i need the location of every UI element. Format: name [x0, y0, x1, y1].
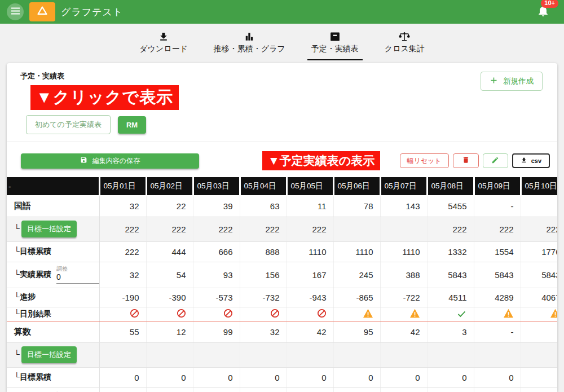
goal-value-cell[interactable]: [474, 342, 521, 367]
delete-button[interactable]: [453, 153, 479, 168]
goal-value-cell[interactable]: [427, 342, 474, 367]
date-header-cell[interactable]: 05月05日: [287, 177, 333, 196]
daily-value-cell[interactable]: 11: [287, 196, 333, 217]
actual-cum-cell: 93: [193, 262, 240, 288]
date-header-cell[interactable]: 05月06日: [333, 177, 380, 196]
result-cell: [333, 307, 380, 321]
daily-value-cell[interactable]: 42: [287, 321, 333, 342]
main-card: 予定・実績表 ▼クリックで表示 初めての予定実績表 RM 新規作成 編集内容の保…: [7, 63, 557, 392]
prohibited-icon: [270, 309, 280, 320]
tab-download[interactable]: ダウンロード: [135, 30, 192, 60]
daily-value-cell[interactable]: [521, 321, 557, 342]
daily-value-cell[interactable]: 22: [146, 196, 193, 217]
date-header-cell[interactable]: 05月04日: [240, 177, 287, 196]
progress-cell: 4511: [427, 288, 474, 307]
goal-value-cell[interactable]: 222: [99, 217, 146, 241]
goal-value-cell[interactable]: 222: [193, 217, 240, 241]
tab-schedule-table[interactable]: 予定・実績表: [307, 30, 363, 60]
daily-value-cell[interactable]: 63: [240, 196, 287, 217]
goal-value-cell[interactable]: [99, 342, 146, 367]
notifications-button[interactable]: 10+: [537, 4, 549, 20]
bell-icon: [537, 10, 549, 19]
goal-value-cell[interactable]: [521, 342, 557, 367]
daily-value-cell[interactable]: 3: [427, 321, 474, 342]
date-header-cell[interactable]: 05月01日: [99, 177, 146, 196]
daily-value-cell[interactable]: [521, 196, 557, 217]
hamburger-menu-button[interactable]: [7, 3, 24, 20]
width-reset-button[interactable]: 幅リセット: [400, 153, 449, 168]
goal-value-cell[interactable]: [146, 342, 193, 367]
daily-value-cell[interactable]: 78: [333, 196, 380, 217]
table-corner-cell[interactable]: -: [7, 177, 99, 196]
goal-value-cell[interactable]: 222: [474, 217, 521, 241]
check-icon: [456, 310, 467, 320]
actual-cum-label-cell: └実績累積調整0: [7, 262, 99, 288]
edit-button[interactable]: [483, 153, 508, 168]
result-cell: [380, 307, 427, 321]
progress-label-cell: └進捗: [7, 288, 99, 307]
goal-value-cell[interactable]: [380, 342, 427, 367]
daily-value-cell[interactable]: -: [474, 196, 521, 217]
goal-value-cell[interactable]: 222: [287, 217, 333, 241]
goal-bulk-set-button[interactable]: 目標一括設定: [21, 221, 77, 237]
tab-cross-tab[interactable]: クロス集計: [381, 30, 429, 60]
result-cell: [193, 307, 240, 321]
daily-value-cell[interactable]: 12: [146, 321, 193, 342]
daily-value-cell[interactable]: 42: [380, 321, 427, 342]
goal-value-cell[interactable]: [333, 342, 380, 367]
daily-value-cell[interactable]: 32: [240, 321, 287, 342]
adjust-input[interactable]: 調整0: [56, 266, 99, 283]
goal-value-cell[interactable]: [193, 342, 240, 367]
app-header: グラフテスト 10+: [0, 0, 564, 24]
goal-value-cell[interactable]: [333, 217, 380, 241]
subject-label-cell: 算数: [7, 321, 99, 342]
page-title: 予定・実績表: [20, 71, 557, 81]
daily-value-cell[interactable]: -: [474, 321, 521, 342]
goal-value-cell[interactable]: 222: [240, 217, 287, 241]
daily-value-cell[interactable]: 99: [193, 321, 240, 342]
new-create-button[interactable]: 新規作成: [481, 72, 543, 91]
goal-value-cell[interactable]: [240, 342, 287, 367]
progress-cell: -722: [380, 288, 427, 307]
date-header-cell[interactable]: 05月10日: [521, 177, 557, 196]
date-header-cell[interactable]: 05月07日: [380, 177, 427, 196]
tab-transition-graph[interactable]: 推移・累積・グラフ: [210, 30, 289, 60]
goal-cum-cell: 0: [333, 367, 380, 387]
csv-download-button[interactable]: csv: [512, 153, 550, 168]
prohibited-icon: [130, 309, 139, 320]
subject-label-cell: 国語: [7, 196, 99, 217]
daily-value-cell[interactable]: 143: [380, 196, 427, 217]
annotation-click-to-show: ▼クリックで表示: [30, 85, 179, 110]
schedule-table-wrap[interactable]: -05月01日05月02日05月03日05月04日05月05日05月06日05月…: [7, 177, 557, 392]
goal-cum-cell: [521, 367, 557, 387]
date-header-cell[interactable]: 05月03日: [193, 177, 240, 196]
goal-value-cell[interactable]: [287, 342, 333, 367]
daily-value-cell[interactable]: 5455: [427, 196, 474, 217]
goal-value-cell[interactable]: [380, 217, 427, 241]
tree-prefix: └: [14, 224, 20, 233]
actual-cum-cell: 388: [380, 262, 427, 288]
daily-value-cell[interactable]: 39: [193, 196, 240, 217]
save-edits-button[interactable]: 編集内容の保存: [21, 153, 199, 169]
goal-value-cell[interactable]: 222: [427, 217, 474, 241]
daily-value-cell[interactable]: 55: [99, 321, 146, 342]
table-row: └実績累積調整05567166198240335377380380380: [7, 387, 557, 392]
daily-value-cell[interactable]: 32: [99, 196, 146, 217]
goal-value-cell[interactable]: 222: [521, 217, 557, 241]
tab-label: ダウンロード: [139, 44, 188, 54]
date-header-cell[interactable]: 05月09日: [474, 177, 521, 196]
goal-bulk-set-button[interactable]: 目標一括設定: [21, 346, 77, 363]
first-schedule-table-button[interactable]: 初めての予定実績表: [26, 115, 111, 134]
result-cell: [99, 307, 146, 321]
daily-value-cell[interactable]: 95: [333, 321, 380, 342]
rm-table-button[interactable]: RM: [118, 116, 146, 134]
goal-value-cell[interactable]: 222: [146, 217, 193, 241]
date-header-cell[interactable]: 05月02日: [146, 177, 193, 196]
actual-cum-cell: 32: [99, 262, 146, 288]
goal-cum-cell: 0: [240, 367, 287, 387]
date-header-cell[interactable]: 05月08日: [427, 177, 474, 196]
prohibited-icon: [223, 309, 233, 320]
goal-bulk-label-cell: └目標一括設定: [7, 217, 99, 241]
actual-cum-cell: 380: [474, 387, 521, 392]
app-logo-button[interactable]: [29, 2, 55, 21]
